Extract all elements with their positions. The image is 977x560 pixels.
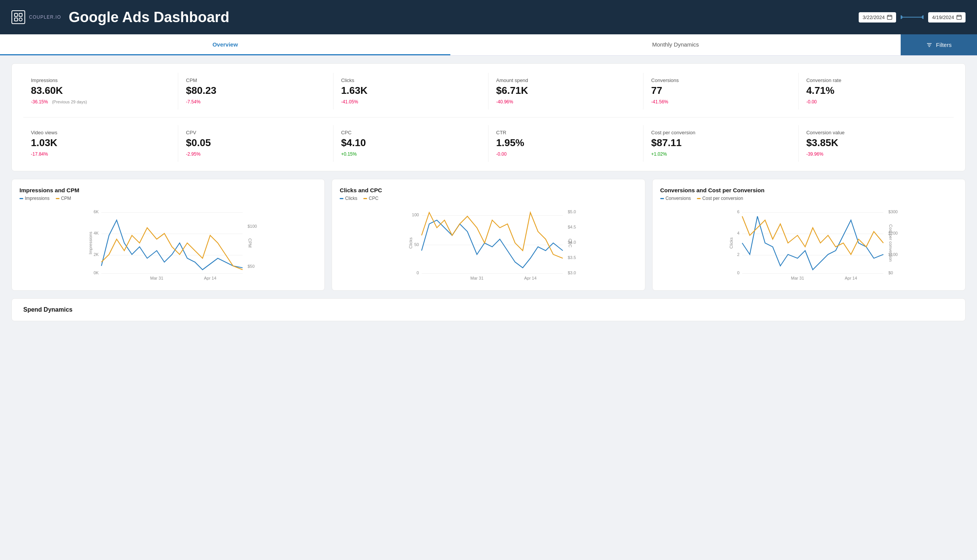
nav-bar: Overview Monthly Dynamics Filters — [0, 34, 977, 56]
main-content: Impressions 83.60K -36.15% (Previous 29 … — [0, 56, 977, 329]
metrics-card: Impressions 83.60K -36.15% (Previous 29 … — [12, 63, 965, 171]
svg-rect-4 — [887, 15, 892, 20]
legend-dot-clicks — [340, 198, 344, 199]
legend-impressions: Impressions — [20, 196, 50, 201]
metric-video-views: Video views 1.03K -17.84% — [23, 125, 178, 162]
header-left: COUPLER.IO Google Ads Dashboard — [12, 9, 229, 25]
svg-text:50: 50 — [414, 242, 419, 247]
tab-monthly-dynamics[interactable]: Monthly Dynamics — [450, 34, 901, 55]
svg-text:Mar 31: Mar 31 — [791, 276, 804, 280]
metrics-row-2: Video views 1.03K -17.84% CPV $0.05 -2.9… — [23, 117, 954, 162]
svg-text:CPC: CPC — [568, 238, 573, 247]
svg-text:100: 100 — [412, 212, 419, 217]
svg-point-3 — [19, 18, 22, 21]
svg-text:$100: $100 — [248, 224, 257, 228]
svg-text:$50: $50 — [248, 264, 255, 268]
legend-dot-conversions — [660, 198, 664, 199]
svg-text:Clicks: Clicks — [728, 237, 733, 249]
chart-svg-conversions-cost: 6 4 2 0 $300 $200 $100 $0 Clicks Cost pe… — [660, 205, 957, 281]
svg-text:$300: $300 — [888, 210, 897, 214]
svg-text:2K: 2K — [94, 252, 99, 257]
date-from-input[interactable]: 3/22/2024 — [859, 12, 896, 23]
chart-legend-3: Conversions Cost per conversion — [660, 196, 957, 201]
svg-text:Apr 14: Apr 14 — [204, 276, 216, 280]
legend-cpc: CPC — [363, 196, 378, 201]
logo-text: COUPLER.IO — [29, 15, 61, 20]
svg-rect-2 — [15, 18, 18, 21]
tab-overview[interactable]: Overview — [0, 34, 450, 55]
svg-text:4K: 4K — [94, 231, 99, 235]
metric-amount-spend: Amount spend $6.71K -40.96% — [489, 73, 643, 110]
legend-cpm: CPM — [56, 196, 71, 201]
chart-clicks-cpc: Clicks and CPC Clicks CPC 100 50 0 $5.0 … — [332, 179, 645, 291]
svg-text:4: 4 — [737, 231, 739, 235]
legend-dot-cpc — [363, 198, 367, 199]
metric-cost-per-conversion: Cost per conversion $87.11 +1.02% — [643, 125, 798, 162]
date-range-picker[interactable]: 3/22/2024 4/19/2024 — [859, 12, 965, 23]
metric-conversion-rate: Conversion rate 4.71% -0.00 — [799, 73, 954, 110]
svg-text:$4.5: $4.5 — [568, 225, 576, 229]
metric-ctr: CTR 1.95% -0.00 — [489, 125, 643, 162]
svg-text:6K: 6K — [94, 210, 99, 214]
svg-point-10 — [922, 15, 924, 19]
svg-text:Apr 14: Apr 14 — [524, 276, 536, 280]
metric-conversions: Conversions 77 -41.56% — [643, 73, 798, 110]
charts-row: Impressions and CPM Impressions CPM 6K 4… — [12, 179, 965, 291]
svg-text:Cost per conversion: Cost per conversion — [888, 224, 893, 262]
chart-svg-clicks-cpc: 100 50 0 $5.0 $4.5 $4.0 $3.5 $3.0 Clicks… — [340, 205, 637, 281]
metrics-row-1: Impressions 83.60K -36.15% (Previous 29 … — [23, 73, 954, 110]
svg-text:Impressions: Impressions — [88, 232, 93, 255]
svg-rect-1 — [19, 13, 22, 17]
date-to-input[interactable]: 4/19/2024 — [928, 12, 965, 23]
svg-point-9 — [901, 15, 903, 19]
metric-cpv: CPV $0.05 -2.95% — [178, 125, 333, 162]
legend-dot-cpm — [56, 198, 60, 199]
legend-dot-cost-per-conversion — [697, 198, 701, 199]
chart-legend-1: Impressions CPM — [20, 196, 317, 201]
legend-dot-impressions — [20, 198, 23, 199]
svg-text:Mar 31: Mar 31 — [150, 276, 163, 280]
svg-text:$5.0: $5.0 — [568, 210, 576, 214]
chart-impressions-cpm: Impressions and CPM Impressions CPM 6K 4… — [12, 179, 325, 291]
page-title: Google Ads Dashboard — [69, 9, 229, 25]
svg-text:Mar 31: Mar 31 — [471, 276, 484, 280]
svg-rect-11 — [957, 15, 961, 20]
legend-cost-per-conversion: Cost per conversion — [697, 196, 743, 201]
metric-cpc: CPC $4.10 +0.15% — [334, 125, 489, 162]
logo-icon — [12, 10, 25, 24]
spend-dynamics-card: Spend Dynamics — [12, 298, 965, 321]
legend-clicks: Clicks — [340, 196, 357, 201]
legend-conversions: Conversions — [660, 196, 691, 201]
svg-text:CPM: CPM — [248, 238, 252, 248]
filters-button[interactable]: Filters — [901, 34, 977, 55]
svg-text:2: 2 — [737, 252, 739, 257]
svg-text:0K: 0K — [94, 270, 99, 275]
svg-text:$3.5: $3.5 — [568, 255, 576, 260]
svg-text:0: 0 — [417, 270, 419, 275]
metric-conversion-value: Conversion value $3.85K -39.96% — [799, 125, 954, 162]
header: COUPLER.IO Google Ads Dashboard 3/22/202… — [0, 0, 977, 34]
svg-text:0: 0 — [737, 270, 739, 275]
metric-clicks: Clicks 1.63K -41.05% — [334, 73, 489, 110]
filters-label: Filters — [936, 42, 952, 48]
svg-text:Clicks: Clicks — [408, 237, 413, 249]
logo-area: COUPLER.IO — [12, 10, 61, 24]
metric-impressions: Impressions 83.60K -36.15% (Previous 29 … — [23, 73, 178, 110]
svg-text:$3.0: $3.0 — [568, 270, 576, 275]
svg-rect-0 — [15, 13, 18, 17]
svg-text:6: 6 — [737, 210, 739, 214]
chart-svg-impressions-cpm: 6K 4K 2K 0K $100 $50 Impressions CPM Mar… — [20, 205, 317, 281]
metric-cpm: CPM $80.23 -7.54% — [178, 73, 333, 110]
svg-text:Apr 14: Apr 14 — [845, 276, 857, 280]
chart-legend-2: Clicks CPC — [340, 196, 637, 201]
chart-conversions-cost: Conversions and Cost per Conversion Conv… — [652, 179, 965, 291]
svg-text:$0: $0 — [888, 270, 893, 275]
